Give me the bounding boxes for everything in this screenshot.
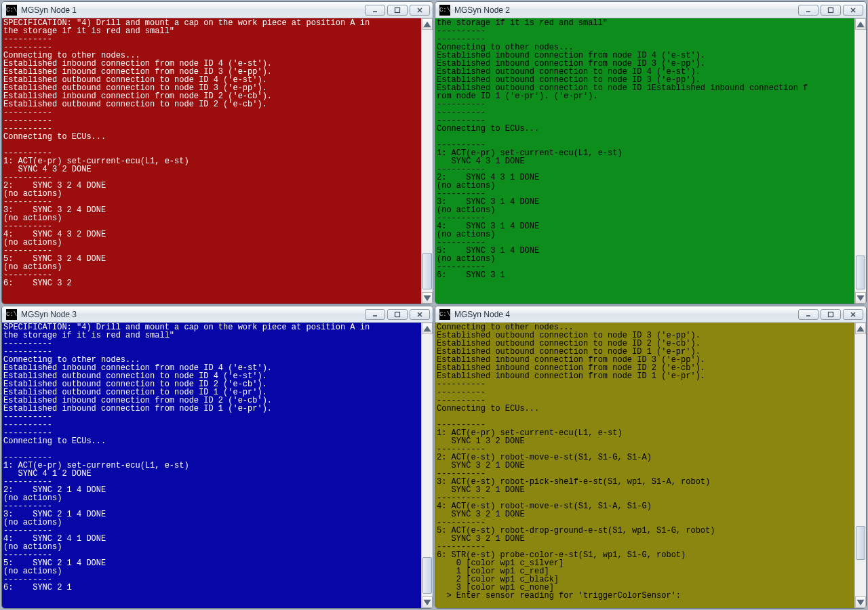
maximize-button[interactable] (387, 309, 408, 320)
svg-rect-19 (829, 312, 833, 317)
scrollbar[interactable] (854, 18, 866, 304)
window-title: MGSyn Node 3 (21, 310, 365, 319)
close-button[interactable] (843, 309, 863, 320)
maximize-button[interactable] (821, 5, 841, 16)
scrollbar[interactable] (421, 323, 433, 608)
scroll-up-button[interactable] (422, 18, 433, 30)
scroll-down-button[interactable] (422, 292, 433, 304)
svg-rect-7 (829, 7, 833, 12)
scroll-track[interactable] (855, 30, 866, 292)
close-button[interactable] (843, 5, 863, 16)
titlebar-buttons (798, 5, 863, 16)
scroll-track[interactable] (422, 30, 433, 292)
cmd-icon: C:\ (439, 309, 450, 320)
svg-marker-4 (423, 21, 431, 26)
window-node4: C:\ MGSyn Node 4 Connecting to other nod… (435, 306, 867, 609)
titlebar-buttons (798, 309, 863, 320)
window-node3: C:\ MGSyn Node 3 SPECIFICATION: "4) Dril… (1, 306, 433, 609)
window-title: MGSyn Node 4 (454, 310, 798, 319)
svg-marker-5 (423, 295, 431, 300)
scroll-track[interactable] (422, 334, 433, 596)
svg-rect-13 (395, 312, 400, 317)
scroll-up-button[interactable] (855, 18, 866, 30)
scroll-up-button[interactable] (422, 323, 433, 334)
svg-marker-10 (856, 21, 864, 26)
maximize-button[interactable] (821, 309, 841, 320)
window-node1: C:\ MGSyn Node 1 SPECIFICATION: "4) Dril… (1, 1, 433, 304)
svg-marker-11 (856, 295, 864, 300)
minimize-button[interactable] (798, 5, 818, 16)
titlebar[interactable]: C:\ MGSyn Node 4 (435, 306, 866, 323)
titlebar[interactable]: C:\ MGSyn Node 3 (2, 306, 433, 323)
console-output: SPECIFICATION: "4) Drill and mount a cap… (2, 18, 421, 304)
scroll-down-button[interactable] (422, 596, 433, 608)
cmd-icon: C:\ (6, 5, 17, 16)
titlebar-buttons (365, 309, 430, 320)
scroll-up-button[interactable] (855, 323, 866, 334)
console-area: SPECIFICATION: "4) Drill and mount a cap… (2, 323, 433, 608)
minimize-button[interactable] (798, 309, 818, 320)
cmd-icon: C:\ (6, 309, 17, 320)
window-node2: C:\ MGSyn Node 2 the storage if it is re… (435, 1, 867, 304)
svg-rect-1 (395, 7, 400, 12)
scrollbar[interactable] (421, 18, 433, 304)
svg-marker-17 (423, 599, 431, 605)
scroll-track[interactable] (855, 334, 866, 596)
console-area: Connecting to other nodes... Established… (435, 323, 866, 608)
svg-marker-22 (856, 325, 864, 331)
svg-marker-16 (423, 325, 431, 331)
scroll-thumb[interactable] (422, 253, 432, 289)
close-button[interactable] (410, 309, 430, 320)
scroll-thumb[interactable] (856, 256, 865, 289)
maximize-button[interactable] (387, 5, 408, 16)
close-button[interactable] (410, 5, 430, 16)
console-output: the storage if it is red and small" ----… (435, 18, 854, 304)
scroll-thumb[interactable] (856, 526, 865, 560)
titlebar[interactable]: C:\ MGSyn Node 1 (2, 2, 433, 18)
minimize-button[interactable] (365, 5, 385, 16)
window-title: MGSyn Node 1 (21, 5, 365, 15)
scroll-thumb[interactable] (422, 557, 432, 594)
console-output: Connecting to other nodes... Established… (435, 323, 854, 608)
console-output: SPECIFICATION: "4) Drill and mount a cap… (2, 323, 421, 608)
window-title: MGSyn Node 2 (454, 5, 798, 15)
scrollbar[interactable] (854, 323, 866, 608)
console-area: SPECIFICATION: "4) Drill and mount a cap… (2, 18, 433, 304)
console-area: the storage if it is red and small" ----… (435, 18, 866, 304)
titlebar[interactable]: C:\ MGSyn Node 2 (435, 2, 866, 18)
scroll-down-button[interactable] (855, 292, 866, 304)
cmd-icon: C:\ (439, 5, 450, 16)
titlebar-buttons (365, 5, 430, 16)
scroll-down-button[interactable] (855, 596, 866, 608)
svg-marker-23 (856, 599, 864, 605)
minimize-button[interactable] (365, 309, 385, 320)
